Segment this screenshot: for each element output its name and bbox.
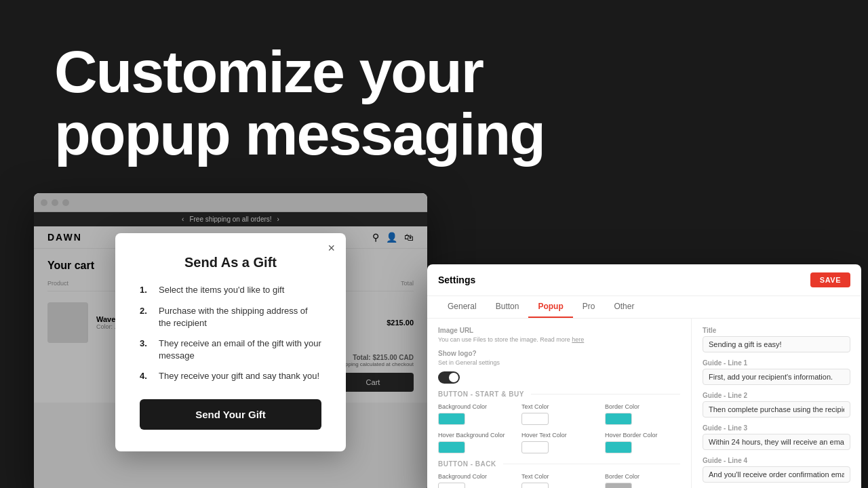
start-hover-bg-label: Hover Background Color bbox=[438, 432, 513, 439]
hero-line1: Customize your bbox=[54, 38, 483, 105]
guide-line2-label: Guide - Line 2 bbox=[703, 392, 850, 399]
back-text-color: Text Color bbox=[521, 473, 597, 488]
guide-line4-group: Guide - Line 4 bbox=[703, 457, 850, 483]
title-group: Title bbox=[703, 327, 850, 352]
start-hover-text-swatch[interactable] bbox=[521, 441, 549, 453]
start-border-label: Border Color bbox=[605, 403, 680, 410]
settings-body: Image URL You can use Files to store the… bbox=[427, 319, 861, 488]
back-bg-color: Background Color bbox=[438, 473, 513, 488]
popup-step-2: 2. Purchase with the shipping address of… bbox=[140, 305, 321, 329]
tab-other[interactable]: Other bbox=[604, 296, 644, 318]
tab-general[interactable]: General bbox=[438, 296, 486, 318]
button-start-section: Button - Start & Buy bbox=[438, 390, 680, 398]
guide-line4-label: Guide - Line 4 bbox=[703, 457, 850, 464]
step-text-2: Purchase with the shipping address of th… bbox=[159, 305, 321, 329]
settings-panel: Settings SAVE General Button Popup Pro O… bbox=[427, 264, 861, 488]
start-text-label: Text Color bbox=[521, 403, 597, 410]
show-logo-desc: Set in General settings bbox=[438, 359, 680, 366]
show-logo-toggle-container bbox=[438, 371, 680, 384]
settings-right-col: Title Guide - Line 1 Guide - Line 2 Guid… bbox=[692, 319, 861, 488]
show-logo-group: Show logo? Set in General settings bbox=[438, 350, 680, 384]
guide-line2-input[interactable] bbox=[703, 401, 850, 418]
tab-button[interactable]: Button bbox=[486, 296, 529, 318]
back-colors-row-1: Background Color Text Color Border Color bbox=[438, 473, 680, 488]
popup-modal: × Send As a Gift 1. Select the items you… bbox=[115, 233, 346, 451]
step-text-3: They receive an email of the gift with y… bbox=[159, 338, 321, 362]
popup-step-4: 4. They receive your gift and say thank … bbox=[140, 370, 321, 382]
hero-section: Customize your popup messaging bbox=[54, 41, 545, 166]
back-border-swatch[interactable] bbox=[605, 483, 632, 488]
guide-line4-input[interactable] bbox=[703, 466, 850, 483]
guide-line2-group: Guide - Line 2 bbox=[703, 392, 850, 418]
start-colors-row-1: Background Color Text Color Border Color bbox=[438, 403, 680, 425]
guide-line1-label: Guide - Line 1 bbox=[703, 359, 850, 367]
guide-line3-group: Guide - Line 3 bbox=[703, 424, 850, 450]
popup-step-1: 1. Select the items you'd like to gift bbox=[140, 284, 321, 296]
start-text-swatch[interactable] bbox=[521, 413, 549, 425]
start-hover-border: Hover Border Color bbox=[605, 432, 680, 453]
image-url-label: Image URL bbox=[438, 327, 680, 334]
step-text-4: They receive your gift and say thank you… bbox=[159, 370, 319, 382]
start-text-color: Text Color bbox=[521, 403, 597, 425]
start-hover-bg: Hover Background Color bbox=[438, 432, 513, 453]
image-url-group: Image URL You can use Files to store the… bbox=[438, 327, 680, 343]
back-bg-label: Background Color bbox=[438, 473, 513, 480]
image-url-desc: You can use Files to store the image. Re… bbox=[438, 336, 680, 343]
show-logo-toggle[interactable] bbox=[438, 371, 460, 384]
popup-title: Send As a Gift bbox=[140, 255, 321, 270]
guide-line3-input[interactable] bbox=[703, 434, 850, 450]
button-back-section: Button - Back bbox=[438, 460, 680, 468]
step-num-3: 3. bbox=[140, 338, 152, 350]
start-hover-text: Hover Text Color bbox=[521, 432, 597, 453]
popup-step-3: 3. They receive an email of the gift wit… bbox=[140, 338, 321, 362]
tab-pro[interactable]: Pro bbox=[573, 296, 605, 318]
settings-header: Settings SAVE bbox=[427, 264, 861, 296]
popup-close-button[interactable]: × bbox=[328, 241, 335, 256]
guide-line3-label: Guide - Line 3 bbox=[703, 424, 850, 432]
show-logo-label: Show logo? bbox=[438, 350, 680, 357]
start-hover-border-swatch[interactable] bbox=[605, 441, 632, 453]
popup-steps: 1. Select the items you'd like to gift 2… bbox=[140, 284, 321, 382]
popup-overlay: × Send As a Gift 1. Select the items you… bbox=[34, 193, 427, 488]
back-border-color: Border Color bbox=[605, 473, 680, 488]
start-hover-border-label: Hover Border Color bbox=[605, 432, 680, 439]
title-field-label: Title bbox=[703, 327, 850, 334]
back-border-label: Border Color bbox=[605, 473, 680, 480]
start-hover-bg-swatch[interactable] bbox=[438, 441, 465, 453]
start-hover-row: Hover Background Color Hover Text Color … bbox=[438, 432, 680, 453]
step-text-1: Select the items you'd like to gift bbox=[159, 284, 284, 296]
step-num-4: 4. bbox=[140, 370, 152, 382]
settings-tabs: General Button Popup Pro Other bbox=[427, 296, 861, 319]
guide-line1-input[interactable] bbox=[703, 369, 850, 385]
settings-left-col: Image URL You can use Files to store the… bbox=[427, 319, 692, 488]
title-input[interactable] bbox=[703, 336, 850, 352]
start-bg-color: Background Color bbox=[438, 403, 513, 425]
back-text-swatch[interactable] bbox=[521, 483, 549, 488]
start-border-color: Border Color bbox=[605, 403, 680, 425]
start-border-swatch[interactable] bbox=[605, 413, 632, 425]
back-bg-swatch[interactable] bbox=[438, 483, 465, 488]
step-num-2: 2. bbox=[140, 305, 152, 317]
guide-line1-group: Guide - Line 1 bbox=[703, 359, 850, 385]
tab-popup[interactable]: Popup bbox=[528, 296, 572, 318]
hero-line2: popup messaging bbox=[54, 100, 545, 167]
start-hover-text-label: Hover Text Color bbox=[521, 432, 597, 439]
browser-mockup: ‹ Free shipping on all orders! › DAWN Ba… bbox=[34, 193, 427, 488]
start-bg-label: Background Color bbox=[438, 403, 513, 410]
image-url-link[interactable]: here bbox=[572, 336, 584, 343]
save-button[interactable]: SAVE bbox=[810, 272, 850, 287]
back-text-label: Text Color bbox=[521, 473, 597, 480]
start-bg-swatch[interactable] bbox=[438, 413, 465, 425]
send-gift-button[interactable]: Send Your Gift bbox=[140, 399, 321, 430]
settings-title: Settings bbox=[438, 274, 475, 285]
step-num-1: 1. bbox=[140, 284, 152, 296]
